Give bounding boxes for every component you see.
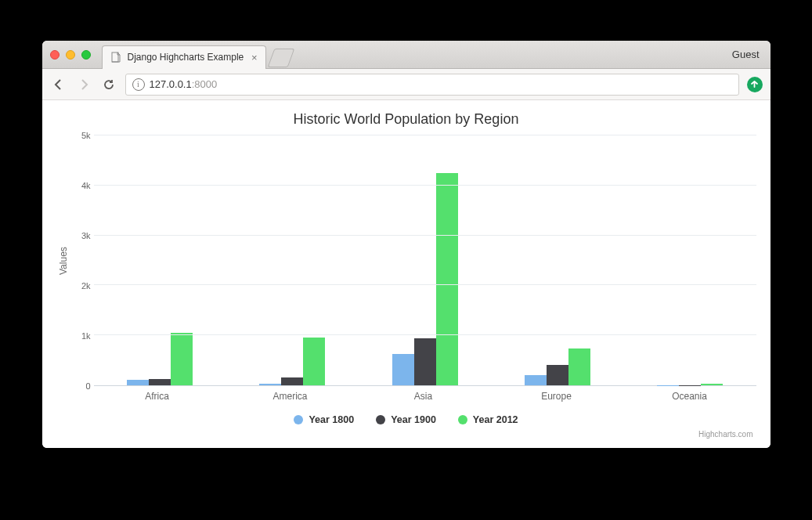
bar-group xyxy=(491,135,623,385)
bar[interactable] xyxy=(149,379,171,385)
x-tick-label: Africa xyxy=(91,386,224,402)
forward-button xyxy=(75,76,92,93)
bar[interactable] xyxy=(414,338,436,385)
legend-swatch-icon xyxy=(294,415,303,424)
bar[interactable] xyxy=(568,348,590,385)
browser-tab[interactable]: Django Highcharts Example × xyxy=(102,45,266,69)
chart-area: Values 01k2k3k4k5k xyxy=(56,135,756,386)
browser-window: Django Highcharts Example × Guest i 127.… xyxy=(42,41,770,448)
chart-plot[interactable] xyxy=(94,135,756,386)
bar[interactable] xyxy=(171,333,193,385)
maximize-window-icon[interactable] xyxy=(81,50,91,60)
y-tick-label: 0 xyxy=(85,381,90,391)
y-tick-label: 3k xyxy=(81,231,91,240)
bar-group xyxy=(623,135,756,385)
x-tick-label: Asia xyxy=(357,386,490,402)
browser-tabbar: Django Highcharts Example × Guest xyxy=(42,41,770,69)
y-tick-label: 5k xyxy=(81,131,91,140)
legend-label: Year 1800 xyxy=(309,414,354,425)
y-tick-label: 1k xyxy=(81,331,91,341)
tab-title: Django Highcharts Example xyxy=(128,52,245,63)
bar[interactable] xyxy=(701,384,723,385)
legend-item[interactable]: Year 1900 xyxy=(376,414,436,425)
x-tick-label: Europe xyxy=(490,386,623,402)
bar[interactable] xyxy=(436,173,458,385)
bar[interactable] xyxy=(127,380,149,385)
minimize-window-icon[interactable] xyxy=(66,50,75,60)
legend-label: Year 1900 xyxy=(391,414,436,425)
bar[interactable] xyxy=(392,354,414,386)
chart-credits[interactable]: Highcharts.com xyxy=(56,430,756,439)
bar-group xyxy=(94,135,226,385)
extension-icon[interactable] xyxy=(747,77,763,92)
window-controls xyxy=(50,50,91,60)
legend-swatch-icon xyxy=(376,415,385,424)
bar[interactable] xyxy=(547,365,568,385)
profile-label[interactable]: Guest xyxy=(732,49,763,60)
url-text: 127.0.0.1:8000 xyxy=(150,78,218,90)
y-axis-label: Values xyxy=(56,135,70,386)
x-axis: AfricaAmericaAsiaEuropeOceania xyxy=(91,386,756,402)
legend-swatch-icon xyxy=(458,415,467,424)
close-tab-icon[interactable]: × xyxy=(251,52,258,63)
gridline xyxy=(94,284,756,285)
page-favicon-icon xyxy=(110,52,121,63)
bar[interactable] xyxy=(281,377,303,385)
x-tick-label: America xyxy=(224,386,357,402)
page-content: Historic World Population by Region Valu… xyxy=(42,100,770,448)
address-bar[interactable]: i 127.0.0.1:8000 xyxy=(125,74,739,96)
gridline xyxy=(94,334,756,335)
url-host: 127.0.0.1 xyxy=(150,78,192,90)
y-tick-label: 2k xyxy=(81,281,91,291)
chart-title: Historic World Population by Region xyxy=(56,111,756,128)
site-info-icon[interactable]: i xyxy=(132,78,145,91)
close-window-icon[interactable] xyxy=(50,50,60,60)
browser-toolbar: i 127.0.0.1:8000 xyxy=(42,69,770,100)
legend-label: Year 2012 xyxy=(473,414,518,425)
x-tick-label: Oceania xyxy=(623,386,756,402)
y-tick-label: 4k xyxy=(81,181,91,190)
bar[interactable] xyxy=(525,375,547,385)
new-tab-button[interactable] xyxy=(267,49,294,67)
legend-item[interactable]: Year 1800 xyxy=(294,414,354,425)
bar[interactable] xyxy=(259,384,281,385)
url-port: :8000 xyxy=(192,78,218,90)
legend-item[interactable]: Year 2012 xyxy=(458,414,518,425)
gridline xyxy=(94,185,756,186)
chart-legend: Year 1800Year 1900Year 2012 xyxy=(56,414,756,425)
gridline xyxy=(94,135,756,135)
back-button[interactable] xyxy=(50,76,67,93)
y-axis: 01k2k3k4k5k xyxy=(70,135,94,386)
reload-button[interactable] xyxy=(100,76,117,93)
bar-group xyxy=(359,135,491,385)
gridline xyxy=(94,235,756,236)
bar-group xyxy=(226,135,359,385)
bar-groups xyxy=(94,135,756,385)
bar[interactable] xyxy=(303,338,325,385)
